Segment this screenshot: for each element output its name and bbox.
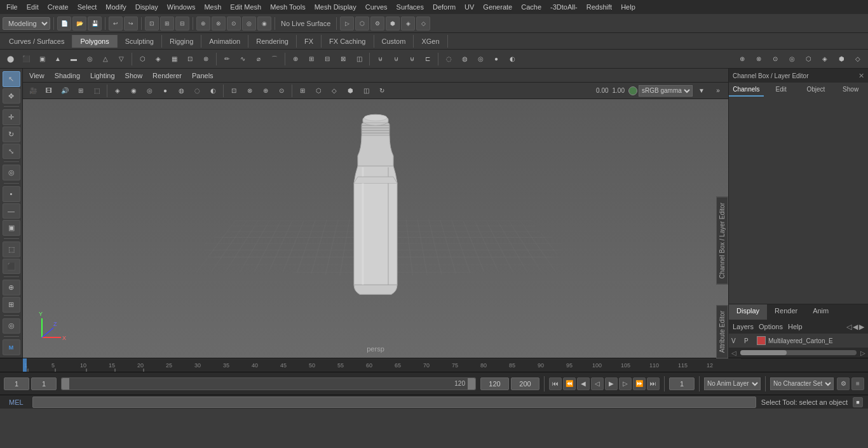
extrude-btn[interactable]: ⊕ — [288, 51, 303, 67]
align-btn[interactable]: ⊞ — [3, 297, 20, 313]
bridge-btn[interactable]: ⊞ — [304, 51, 319, 67]
layer-next-icon[interactable]: ▶ — [859, 323, 864, 331]
vp-color-settings-btn[interactable]: ▼ — [694, 83, 709, 98]
vp-ao-btn[interactable]: ◍ — [173, 83, 189, 98]
show-manip-btn[interactable]: ◎ — [3, 318, 20, 334]
menu-uv[interactable]: UV — [461, 2, 478, 12]
prev-key-btn[interactable]: ⏪ — [563, 377, 576, 390]
vp-2d-pan-btn[interactable]: ⊞ — [295, 83, 310, 98]
timeline[interactable]: 1 5 10 15 20 25 30 35 40 45 50 55 60 65 … — [0, 358, 868, 372]
subdiv-btn[interactable]: ◈ — [151, 51, 166, 67]
sym-btn[interactable]: ◇ — [416, 17, 430, 31]
arc-btn[interactable]: ⌒ — [267, 51, 282, 67]
cylinder-btn[interactable]: ▣ — [34, 51, 50, 67]
lattice-btn[interactable]: ⬢ — [834, 51, 849, 67]
shading-menu[interactable]: Shading — [52, 71, 83, 81]
vp-cycle-btn[interactable]: ↻ — [374, 83, 390, 98]
snap-point-btn[interactable]: ⊙ — [227, 17, 241, 31]
constraint-btn[interactable]: ⊙ — [768, 51, 783, 67]
snap-grid-btn[interactable]: ⊕ — [196, 17, 210, 31]
layer-color-swatch[interactable] — [757, 336, 766, 345]
menu-modify[interactable]: Modify — [102, 2, 130, 12]
render-btn[interactable]: ▷ — [340, 17, 354, 31]
current-frame-input[interactable] — [4, 377, 29, 390]
scroll-left-arrow[interactable]: ◁ — [729, 348, 739, 358]
menu-help[interactable]: Help — [617, 2, 639, 12]
torus-btn[interactable]: ◎ — [82, 51, 97, 67]
vp-grid-btn[interactable]: ⊞ — [73, 83, 88, 98]
channel-tab-edit[interactable]: Edit — [764, 83, 799, 97]
menu-display[interactable]: Display — [132, 2, 162, 12]
new-file-btn[interactable]: 📄 — [57, 17, 71, 31]
transform-tool-btn[interactable]: ✥ — [3, 88, 20, 104]
smooth-btn[interactable]: ◌ — [441, 51, 456, 67]
menu-surfaces[interactable]: Surfaces — [393, 2, 428, 12]
menu-create[interactable]: Create — [44, 2, 72, 12]
menu-edit[interactable]: Edit — [23, 2, 43, 12]
tab-sculpting[interactable]: Sculpting — [118, 35, 162, 48]
loop-select-btn[interactable]: ⬚ — [3, 241, 20, 257]
face-mode-btn[interactable]: ▣ — [3, 220, 20, 236]
channel-tab-object[interactable]: Object — [799, 83, 834, 97]
color-profile-select[interactable]: sRGB gamma — [639, 85, 693, 97]
menu-file[interactable]: File — [3, 2, 22, 12]
frame-display[interactable] — [31, 377, 57, 390]
next-key-btn[interactable]: ⏩ — [633, 377, 646, 390]
next-frame-btn[interactable]: ▷ — [619, 377, 632, 390]
plane-btn[interactable]: ▬ — [66, 51, 81, 67]
scroll-track[interactable] — [740, 350, 857, 355]
char-set-settings-btn[interactable]: ⚙ — [837, 377, 850, 390]
tab-xgen[interactable]: XGen — [414, 35, 447, 48]
bezier-btn[interactable]: ⌀ — [251, 51, 266, 67]
playback-end-input[interactable] — [480, 377, 509, 390]
menu-edit-mesh[interactable]: Edit Mesh — [226, 2, 265, 12]
snap-live-btn[interactable]: ◉ — [257, 17, 271, 31]
ep-curve-btn[interactable]: ∿ — [235, 51, 250, 67]
vp-snap-btn[interactable]: ⬡ — [311, 83, 326, 98]
select-btn[interactable]: ⊡ — [145, 17, 159, 31]
channel-tab-show[interactable]: Show — [833, 83, 868, 97]
layer-playback-btn[interactable]: P — [744, 337, 754, 344]
vp-wire-btn[interactable]: ⬚ — [89, 83, 104, 98]
tab-animation[interactable]: Animation — [201, 35, 248, 48]
char-set-select[interactable]: No Character Set — [770, 377, 834, 390]
cluster-btn[interactable]: ◎ — [784, 51, 799, 67]
render-settings-btn[interactable]: ⚙ — [370, 17, 384, 31]
menu-3dtool[interactable]: -3DtoAll- — [546, 2, 581, 12]
paint-btn[interactable]: ⊟ — [175, 17, 189, 31]
vp-camera-btn[interactable]: 🎥 — [25, 83, 41, 98]
panels-menu[interactable]: Panels — [189, 71, 216, 81]
workspace-selector[interactable]: Modeling — [3, 17, 50, 30]
right-panel-scrollbar[interactable]: ◁ ▷ — [729, 348, 868, 358]
layer-add-icon[interactable]: ◁ — [846, 323, 851, 331]
vp-comp-btn[interactable]: ⊡ — [226, 83, 241, 98]
menu-deform[interactable]: Deform — [429, 2, 459, 12]
range-start-handle[interactable] — [62, 378, 69, 390]
move-tool-btn[interactable]: ✛ — [3, 109, 20, 125]
vp-lock-btn[interactable]: ◇ — [327, 83, 342, 98]
curve-tool-btn[interactable]: ✏ — [219, 51, 234, 67]
select-tool-btn[interactable]: ↖ — [3, 71, 20, 87]
snap-all-btn[interactable]: ◈ — [401, 17, 415, 31]
mirror-btn[interactable]: ⊏ — [420, 51, 435, 67]
lasso-btn[interactable]: ⊞ — [160, 17, 174, 31]
tab-curves-surfaces[interactable]: Curves / Surfaces — [1, 35, 72, 48]
scale-tool-btn[interactable]: ⤡ — [3, 144, 20, 160]
command-input[interactable] — [32, 397, 756, 408]
combine-btn[interactable]: ⊌ — [372, 51, 388, 67]
script-editor-btn[interactable]: ■ — [853, 397, 863, 407]
ipr-btn[interactable]: ⬡ — [355, 17, 369, 31]
menu-curves[interactable]: Curves — [362, 2, 391, 12]
soft-select-btn[interactable]: ◎ — [3, 165, 20, 180]
cone-btn[interactable]: ▲ — [50, 51, 65, 67]
menu-generate[interactable]: Generate — [479, 2, 516, 12]
range-end-handle[interactable] — [468, 378, 475, 390]
viewport[interactable]: View Shading Lighting Show Renderer Pane… — [23, 69, 728, 358]
menu-mesh[interactable]: Mesh — [200, 2, 225, 12]
vertex-mode-btn[interactable]: • — [3, 186, 20, 202]
playback-range-bar[interactable]: 120 — [61, 377, 476, 390]
vp-shadow-btn[interactable]: ● — [158, 83, 173, 98]
tab-polygons[interactable]: Polygons — [72, 35, 117, 48]
tab-fx[interactable]: FX — [297, 35, 322, 48]
undo-btn[interactable]: ↩ — [109, 17, 123, 31]
